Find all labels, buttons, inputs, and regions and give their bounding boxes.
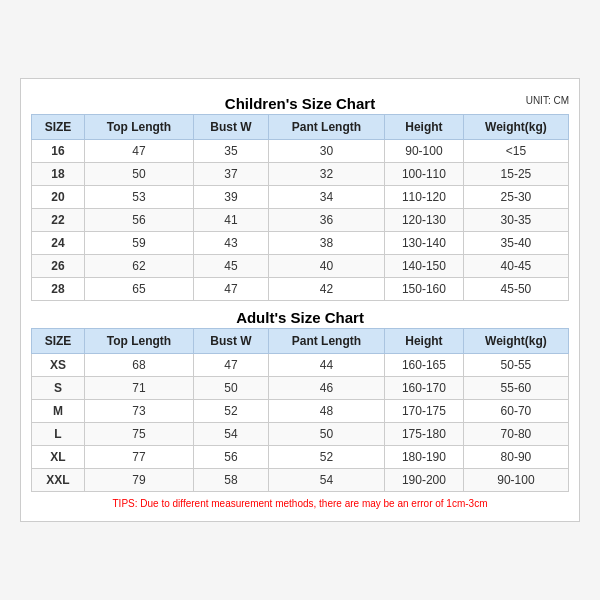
col-header-top-length: Top Length — [84, 115, 193, 140]
data-cell: 42 — [268, 278, 384, 301]
data-cell: 35-40 — [463, 232, 568, 255]
adult-col-header-height: Height — [385, 329, 464, 354]
data-cell: 71 — [84, 377, 193, 400]
data-cell: 52 — [194, 400, 269, 423]
data-cell: 36 — [268, 209, 384, 232]
data-cell: 130-140 — [385, 232, 464, 255]
data-cell: 54 — [268, 469, 384, 492]
adult-col-header-bust-w: Bust W — [194, 329, 269, 354]
data-cell: 60-70 — [463, 400, 568, 423]
col-header-size: SIZE — [32, 115, 85, 140]
size-cell: L — [32, 423, 85, 446]
table-row: S715046160-17055-60 — [32, 377, 569, 400]
data-cell: 34 — [268, 186, 384, 209]
table-row: 18503732100-11015-25 — [32, 163, 569, 186]
data-cell: 47 — [194, 278, 269, 301]
children-size-table: SIZE Top Length Bust W Pant Length Heigh… — [31, 114, 569, 301]
data-cell: 70-80 — [463, 423, 568, 446]
size-cell: XS — [32, 354, 85, 377]
adult-col-header-size: SIZE — [32, 329, 85, 354]
size-cell: S — [32, 377, 85, 400]
data-cell: 50 — [84, 163, 193, 186]
col-header-height: Height — [385, 115, 464, 140]
data-cell: 175-180 — [385, 423, 464, 446]
data-cell: 190-200 — [385, 469, 464, 492]
table-row: XL775652180-19080-90 — [32, 446, 569, 469]
data-cell: 110-120 — [385, 186, 464, 209]
data-cell: 150-160 — [385, 278, 464, 301]
data-cell: 37 — [194, 163, 269, 186]
data-cell: 50-55 — [463, 354, 568, 377]
col-header-bust-w: Bust W — [194, 115, 269, 140]
data-cell: 180-190 — [385, 446, 464, 469]
table-row: 22564136120-13030-35 — [32, 209, 569, 232]
adult-title-text: Adult's Size Chart — [236, 309, 364, 326]
data-cell: 55-60 — [463, 377, 568, 400]
size-cell: M — [32, 400, 85, 423]
data-cell: 170-175 — [385, 400, 464, 423]
data-cell: 73 — [84, 400, 193, 423]
adult-col-header-top-length: Top Length — [84, 329, 193, 354]
data-cell: 90-100 — [463, 469, 568, 492]
data-cell: 46 — [268, 377, 384, 400]
data-cell: 75 — [84, 423, 193, 446]
data-cell: 58 — [194, 469, 269, 492]
size-cell: XXL — [32, 469, 85, 492]
data-cell: 68 — [84, 354, 193, 377]
data-cell: 39 — [194, 186, 269, 209]
table-row: 28654742150-16045-50 — [32, 278, 569, 301]
data-cell: 53 — [84, 186, 193, 209]
data-cell: 41 — [194, 209, 269, 232]
data-cell: 56 — [194, 446, 269, 469]
data-cell: <15 — [463, 140, 568, 163]
data-cell: 77 — [84, 446, 193, 469]
data-cell: 120-130 — [385, 209, 464, 232]
size-cell: 26 — [32, 255, 85, 278]
data-cell: 160-165 — [385, 354, 464, 377]
data-cell: 52 — [268, 446, 384, 469]
data-cell: 56 — [84, 209, 193, 232]
data-cell: 30-35 — [463, 209, 568, 232]
data-cell: 30 — [268, 140, 384, 163]
adult-header-row: SIZE Top Length Bust W Pant Length Heigh… — [32, 329, 569, 354]
data-cell: 79 — [84, 469, 193, 492]
size-chart-container: Children's Size Chart UNIT: CM SIZE Top … — [20, 78, 580, 522]
data-cell: 80-90 — [463, 446, 568, 469]
data-cell: 50 — [194, 377, 269, 400]
data-cell: 48 — [268, 400, 384, 423]
data-cell: 47 — [194, 354, 269, 377]
tips-text: TIPS: Due to different measurement metho… — [31, 492, 569, 511]
table-row: M735248170-17560-70 — [32, 400, 569, 423]
data-cell: 50 — [268, 423, 384, 446]
data-cell: 38 — [268, 232, 384, 255]
children-header-row: SIZE Top Length Bust W Pant Length Heigh… — [32, 115, 569, 140]
data-cell: 160-170 — [385, 377, 464, 400]
size-cell: 16 — [32, 140, 85, 163]
data-cell: 44 — [268, 354, 384, 377]
size-cell: 20 — [32, 186, 85, 209]
data-cell: 43 — [194, 232, 269, 255]
table-row: XXL795854190-20090-100 — [32, 469, 569, 492]
data-cell: 45 — [194, 255, 269, 278]
children-section-title: Children's Size Chart UNIT: CM — [31, 89, 569, 114]
data-cell: 62 — [84, 255, 193, 278]
data-cell: 32 — [268, 163, 384, 186]
unit-label: UNIT: CM — [526, 95, 569, 106]
data-cell: 35 — [194, 140, 269, 163]
table-row: XS684744160-16550-55 — [32, 354, 569, 377]
children-title-text: Children's Size Chart — [225, 95, 375, 112]
size-cell: 28 — [32, 278, 85, 301]
col-header-weight: Weight(kg) — [463, 115, 568, 140]
data-cell: 54 — [194, 423, 269, 446]
data-cell: 59 — [84, 232, 193, 255]
table-row: 24594338130-14035-40 — [32, 232, 569, 255]
data-cell: 65 — [84, 278, 193, 301]
table-row: 26624540140-15040-45 — [32, 255, 569, 278]
size-cell: 18 — [32, 163, 85, 186]
data-cell: 140-150 — [385, 255, 464, 278]
adult-section-title: Adult's Size Chart — [31, 301, 569, 328]
data-cell: 90-100 — [385, 140, 464, 163]
size-cell: 24 — [32, 232, 85, 255]
adult-col-header-pant-length: Pant Length — [268, 329, 384, 354]
table-row: 20533934110-12025-30 — [32, 186, 569, 209]
